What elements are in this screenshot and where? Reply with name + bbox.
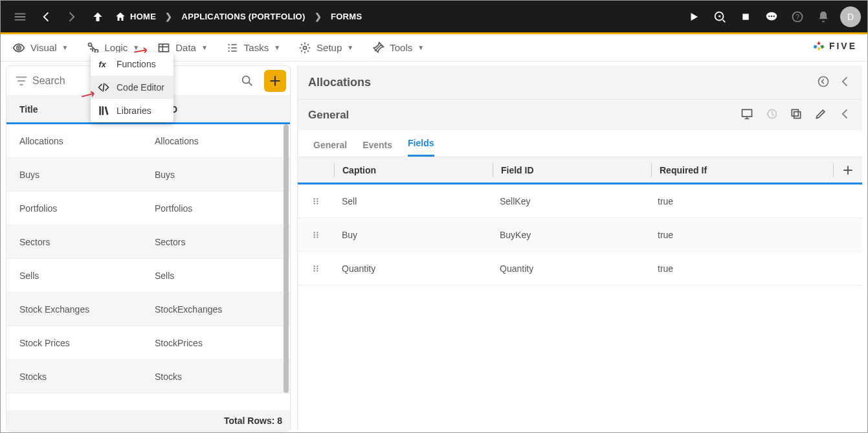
table-row[interactable]: PortfoliosPortfolios <box>6 192 290 225</box>
svg-point-4 <box>771 15 772 16</box>
table-row[interactable]: BuysBuys <box>6 158 290 192</box>
svg-point-20 <box>314 198 315 199</box>
table-row[interactable]: Stock PricesStockPrices <box>6 326 290 360</box>
svg-point-26 <box>314 232 315 233</box>
dropdown-functions-label: Functions <box>117 59 156 69</box>
nav-up-button[interactable] <box>85 4 111 30</box>
table-row[interactable]: Stock ExchangesStockExchanges <box>6 293 290 326</box>
menu-visual-label: Visual <box>30 42 57 53</box>
dropdown-code-editor[interactable]: Code Editor <box>91 76 173 99</box>
detail-tabs: General Events Fields <box>298 130 862 157</box>
tab-events[interactable]: Events <box>362 140 392 157</box>
total-rows-label: Total Rows: 8 <box>224 416 282 426</box>
menu-tasks-label: Tasks <box>244 42 269 53</box>
breadcrumb-home[interactable]: HOME <box>115 11 156 23</box>
table-row[interactable]: Sell SellKey true <box>298 184 862 218</box>
back-circle-icon[interactable] <box>817 75 830 90</box>
run-button[interactable] <box>681 4 707 30</box>
svg-point-24 <box>314 203 315 204</box>
menu-icon[interactable] <box>7 4 33 30</box>
copy-icon[interactable] <box>790 107 803 122</box>
svg-point-25 <box>317 203 318 204</box>
scrollbar[interactable] <box>284 124 289 393</box>
edit-icon[interactable] <box>814 107 827 122</box>
drag-handle-icon[interactable] <box>298 264 334 273</box>
col-field-id[interactable]: Field ID <box>493 165 651 175</box>
nav-back-button[interactable] <box>33 4 59 30</box>
svg-point-14 <box>243 76 250 83</box>
svg-point-34 <box>314 267 315 269</box>
search-icon[interactable] <box>234 74 260 88</box>
table-row[interactable]: SellsSells <box>6 259 290 293</box>
back-arrow-icon[interactable] <box>839 107 852 122</box>
breadcrumb-applications[interactable]: APPLICATIONS (PORTFOLIO) <box>182 12 306 21</box>
chevron-down-icon: ▼ <box>62 44 69 51</box>
breadcrumb-forms-label: FORMS <box>331 12 362 21</box>
svg-point-21 <box>317 198 318 199</box>
fields-table-body: Sell SellKey true Buy BuyKey true Quanti… <box>298 184 862 285</box>
dropdown-functions[interactable]: fx Functions <box>91 52 173 76</box>
table-row[interactable]: Quantity Quantity true <box>298 252 862 285</box>
dropdown-libraries[interactable]: Libraries <box>91 99 173 122</box>
tab-fields[interactable]: Fields <box>408 138 434 157</box>
table-row[interactable]: StocksStocks <box>6 360 290 394</box>
drag-handle-icon[interactable] <box>298 230 334 239</box>
svg-rect-19 <box>792 109 798 116</box>
brand-logo: FIVE <box>812 39 857 52</box>
menu-tools[interactable]: Tools ▼ <box>372 41 424 54</box>
chevron-down-icon: ▼ <box>133 44 139 51</box>
svg-point-15 <box>819 76 829 86</box>
history-icon[interactable] <box>765 107 778 122</box>
svg-text:fx: fx <box>99 60 107 69</box>
table-row[interactable]: Buy BuyKey true <box>298 218 862 252</box>
tab-general[interactable]: General <box>313 140 347 157</box>
help-button[interactable]: ? <box>785 4 810 30</box>
menu-setup[interactable]: Setup ▼ <box>298 41 353 54</box>
breadcrumb-forms[interactable]: FORMS <box>331 12 362 21</box>
menu-setup-label: Setup <box>317 42 342 53</box>
add-button[interactable] <box>264 70 286 92</box>
notifications-button[interactable] <box>810 4 836 30</box>
col-caption[interactable]: Caption <box>335 165 493 175</box>
avatar-initial: D <box>847 12 854 22</box>
nav-forward-button <box>59 4 85 30</box>
fields-table-header: Caption Field ID Required If <box>298 157 862 184</box>
avatar[interactable]: D <box>840 6 861 27</box>
breadcrumb-home-label: HOME <box>130 12 156 21</box>
inspect-button[interactable] <box>707 4 733 30</box>
menu-logic-label: Logic <box>105 42 128 53</box>
chat-button[interactable] <box>759 4 785 30</box>
dropdown-code-editor-label: Code Editor <box>117 82 164 93</box>
chevron-down-icon: ▼ <box>274 44 280 51</box>
menu-visual[interactable]: Visual ▼ <box>12 41 69 54</box>
left-table-footer: Total Rows: 8 <box>6 410 290 431</box>
chevron-down-icon: ▼ <box>347 44 353 51</box>
stop-button[interactable] <box>733 4 759 30</box>
breadcrumb-applications-label: APPLICATIONS (PORTFOLIO) <box>182 12 306 21</box>
svg-point-32 <box>314 265 315 267</box>
left-col-uid[interactable]: on ID <box>155 104 290 115</box>
menu-tools-label: Tools <box>390 42 412 53</box>
col-required-if[interactable]: Required If <box>652 165 833 175</box>
svg-point-33 <box>317 265 318 267</box>
screen-icon[interactable] <box>740 107 753 122</box>
svg-rect-1 <box>742 14 748 19</box>
add-field-button[interactable] <box>834 164 862 176</box>
table-row[interactable]: SectorsSectors <box>6 225 290 259</box>
svg-point-29 <box>317 234 318 235</box>
menu-tasks[interactable]: Tasks ▼ <box>226 41 280 54</box>
svg-point-36 <box>314 270 315 271</box>
table-row[interactable]: AllocationsAllocations <box>6 124 290 158</box>
svg-point-3 <box>768 15 770 16</box>
chevron-right-icon: ❯ <box>165 12 172 21</box>
svg-point-28 <box>314 234 315 235</box>
drag-handle-icon[interactable] <box>298 197 334 206</box>
app-topbar: HOME ❯ APPLICATIONS (PORTFOLIO) ❯ FORMS … <box>1 1 867 34</box>
back-arrow-icon[interactable] <box>839 75 852 90</box>
brand-text: FIVE <box>829 41 857 51</box>
chevron-down-icon: ▼ <box>201 44 208 51</box>
filter-icon[interactable] <box>10 74 32 87</box>
left-table-body: AllocationsAllocations BuysBuys Portfoli… <box>6 124 290 410</box>
svg-point-22 <box>314 200 315 201</box>
svg-rect-11 <box>159 44 169 52</box>
